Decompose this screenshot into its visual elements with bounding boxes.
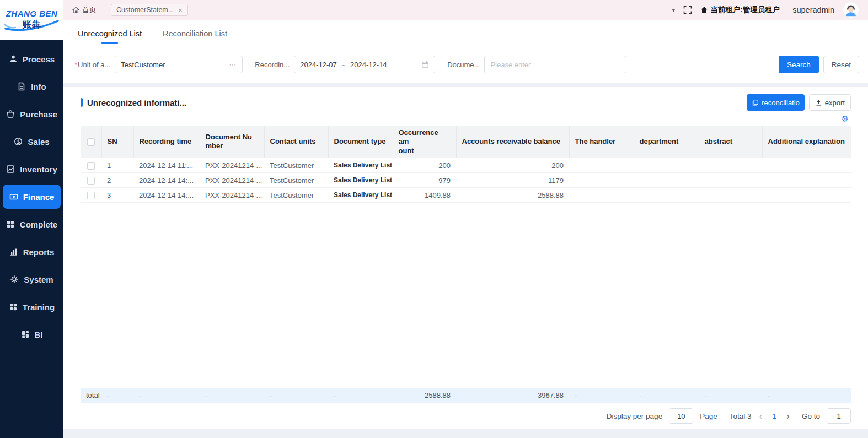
row-checkbox[interactable] [81,173,101,188]
sidebar-item-label: BI [35,330,43,339]
sidebar-item-info[interactable]: Info [0,73,63,100]
sidebar-item-reports[interactable]: Reports [0,238,63,266]
table-cell: 1 [101,158,133,173]
table-cell [762,158,851,173]
sidebar-item-label: Complete [20,220,57,229]
export-button[interactable]: export [809,94,851,111]
sidebar-item-training[interactable]: Training [0,293,63,321]
sidebar-item-inventory[interactable]: Inventory [0,155,63,183]
tenant-label: 当前租户:管理员租户 [710,5,780,15]
table-cell: 2024-12-14 14:... [133,188,200,203]
info-icon [17,82,26,91]
goto-label: Go to [802,412,820,420]
tab-unrecognized-list[interactable]: Unrecognized List [78,20,142,47]
checkbox[interactable] [87,177,95,185]
table-cell: TestCustomer [264,173,328,188]
current-page-button[interactable]: 1 [770,412,779,420]
reset-button[interactable]: Reset [823,56,859,73]
column-header: Recording time [133,126,200,158]
sidebar-item-label: Inventory [20,165,57,174]
table-cell [569,188,634,203]
date-range-picker[interactable]: 2024-12-07 - 2024-12-14 [294,56,435,73]
table-cell: PXX-20241214-... [200,173,264,188]
document-input[interactable] [484,56,626,73]
total-row: total-----2588.883967.88---- [81,388,851,403]
reconciliation-button[interactable]: reconciliatio [747,94,805,111]
calendar-icon [421,61,429,68]
per-page-input[interactable] [669,408,693,424]
select-all-checkbox[interactable] [81,126,101,158]
ellipsis-icon: ⋯ [229,61,237,69]
total-cell: - [762,388,851,403]
column-header: SN [101,126,133,158]
sidebar-item-label: Purchase [20,110,57,119]
table-cell: 200 [456,158,569,173]
checkbox[interactable] [87,162,95,170]
sidebar-item-purchase[interactable]: Purchase [0,100,63,128]
sidebar-item-sales[interactable]: Sales [0,128,63,155]
display-per-page-label: Display per page [607,412,662,420]
sidebar-nav: ProcessInfoPurchaseSalesInventoryFinance… [0,40,63,348]
complete-icon [6,220,15,229]
table-cell: 2024-12-14 14:... [133,173,200,188]
sidebar-item-process[interactable]: Process [0,45,63,73]
close-icon[interactable]: × [178,7,183,14]
sidebar-item-system[interactable]: System [0,266,63,293]
table-cell: TestCustomer [264,188,328,203]
table-cell: 979 [393,173,456,188]
bi-icon [21,330,30,339]
goto-page-input[interactable] [827,408,851,424]
checkbox[interactable] [87,138,95,146]
reports-icon [9,247,18,256]
column-header: Accounts receivable balance [456,126,569,158]
sidebar-item-label: Training [23,302,55,312]
gear-icon[interactable]: ⚙ [842,115,849,123]
date-end: 2024-12-14 [350,61,387,69]
tab-label: Unrecognized List [78,29,142,38]
total-cell: - [569,388,634,403]
chevron-left-icon[interactable]: ‹ [758,411,763,421]
filter-card: Unrecognized List Reconciliation List *U… [63,20,868,83]
sidebar-item-label: Info [31,82,46,91]
checkbox[interactable] [87,192,95,199]
total-cell: - [133,388,200,403]
table-row: 22024-12-14 14:...PXX-20241214-...TestCu… [81,173,851,188]
total-cell: - [101,388,133,403]
purchase-icon [6,110,15,118]
table-row: 12024-12-14 11:...PXX-20241214-...TestCu… [81,158,851,173]
breadcrumb-home[interactable]: 首页 [72,5,97,15]
sidebar-item-finance[interactable]: Finance [3,185,61,209]
fullscreen-icon[interactable] [683,6,692,14]
unit-select[interactable]: TestCustomer ⋯ [115,56,243,73]
open-page-tab[interactable]: CustomerStatem... × [111,4,188,16]
sidebar-item-label: Sales [28,137,49,147]
sidebar-item-bi[interactable]: BI [0,321,63,348]
table-cell [634,188,699,203]
row-checkbox[interactable] [81,158,101,173]
avatar[interactable] [843,2,859,18]
search-button[interactable]: Search [779,56,819,73]
table-total-row: total-----2588.883967.88---- [81,388,851,403]
table-cell [569,173,634,188]
chevron-down-icon[interactable]: ▾ [672,6,675,14]
recording-filter-label: Recordin... [255,61,290,69]
column-header: department [634,126,699,158]
unit-select-value: TestCustomer [121,61,165,69]
table-cell [699,158,762,173]
table-cell: PXX-20241214-... [200,188,264,203]
inventory-icon [6,165,15,174]
section-title: Unrecognized informati... [87,98,186,107]
chevron-right-icon[interactable]: › [785,411,791,421]
section-actions: reconciliatio export [747,94,851,111]
table-header: SNRecording timeDocument Nu mberContact … [81,126,851,158]
table-cell [699,188,762,203]
section-accent-bar [81,98,83,107]
pagination: Display per page Page Total 3 ‹ 1 › Go t… [81,403,851,429]
export-icon [815,99,822,106]
sidebar-item-complete[interactable]: Complete [0,210,63,238]
row-checkbox[interactable] [81,188,101,203]
tenant-home-icon [700,6,708,14]
app-logo[interactable]: ZHANG BEN 账犇 [0,0,63,40]
tab-reconciliation-list[interactable]: Reconciliation List [163,20,227,47]
process-icon [9,55,18,63]
